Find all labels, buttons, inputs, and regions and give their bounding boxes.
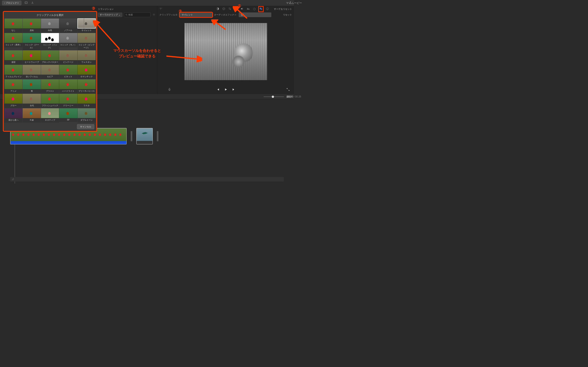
filter-name: ヒートウェーブ xyxy=(23,60,41,65)
filter-name: X 線 xyxy=(23,118,41,123)
filter-name: ハードライト xyxy=(59,89,77,94)
filter-name: SF xyxy=(59,118,77,122)
filter-name: ブラスト xyxy=(41,89,59,94)
fullscreen-icon[interactable] xyxy=(286,88,290,92)
filter-option[interactable]: 青 xyxy=(23,79,41,94)
contrast-icon[interactable] xyxy=(216,7,219,11)
filter-option[interactable]: ウェスタン xyxy=(78,50,95,65)
volume-icon[interactable] xyxy=(241,7,244,11)
equalizer-icon[interactable] xyxy=(247,7,250,11)
info-icon[interactable] xyxy=(266,7,269,11)
svg-point-4 xyxy=(223,8,225,10)
stabilize-icon[interactable] xyxy=(234,7,238,11)
tab-transition[interactable]: トランジション xyxy=(98,8,114,11)
media-icon[interactable] xyxy=(25,1,28,5)
svg-point-1 xyxy=(126,14,127,15)
play-button[interactable] xyxy=(224,88,228,92)
filter-option[interactable]: SF xyxy=(59,108,77,123)
filter-option[interactable]: 反転 xyxy=(23,18,41,33)
music-track[interactable] xyxy=(10,177,284,182)
audio-effect-value[interactable]: なし xyxy=(239,12,271,17)
crop-icon[interactable] xyxy=(228,7,232,11)
video-preview xyxy=(157,17,294,86)
filter-option[interactable]: コミック（基本） xyxy=(4,33,22,50)
reset-all-button[interactable]: すべてをリセット xyxy=(274,8,292,11)
mic-icon[interactable] xyxy=(168,88,171,92)
cancel-button[interactable]: キャンセル xyxy=(77,124,94,129)
filter-name: コミック（ビンテージ） xyxy=(78,43,95,50)
search-icon xyxy=(125,14,128,16)
filter-option[interactable]: コミック（インク） xyxy=(41,33,59,50)
clip-filter-icon[interactable] xyxy=(259,7,263,11)
popup-title: クリップフィルタを選択 xyxy=(4,12,96,18)
filter-option[interactable]: グロー xyxy=(4,94,22,108)
clip-handle[interactable] xyxy=(157,131,158,141)
filter-name: グロー xyxy=(4,104,22,108)
filter-option[interactable]: なし xyxy=(4,18,22,33)
filter-option[interactable]: 迷彩 xyxy=(4,50,22,65)
filter-option[interactable]: ビネット xyxy=(59,65,77,79)
reset-button[interactable]: リセット xyxy=(283,13,292,16)
filter-option[interactable]: コミック（モノ） xyxy=(59,33,77,50)
clip-handle[interactable] xyxy=(131,131,132,141)
current-time: 00:00 xyxy=(287,95,293,98)
prev-button[interactable] xyxy=(216,88,220,92)
back-button[interactable]: ‹ プロジェクト xyxy=(2,1,21,5)
filter-option[interactable]: フィルムグレイン xyxy=(4,65,22,79)
next-button[interactable] xyxy=(232,88,235,92)
filter-name: ビネット xyxy=(59,75,77,79)
filter-option[interactable]: ノアール xyxy=(59,18,77,33)
filter-name: 白黒 xyxy=(41,28,59,33)
color-icon[interactable] xyxy=(222,7,225,11)
audio-effect-label: オーディオエフェクト: xyxy=(214,13,237,16)
filter-name: 古いフィルム xyxy=(23,75,41,79)
adjust-toolbar: すべてをリセット xyxy=(157,6,294,12)
filter-option[interactable]: ロマンチック xyxy=(78,65,95,79)
import-icon[interactable] xyxy=(31,1,34,5)
speed-icon[interactable] xyxy=(253,7,256,11)
timeline-clip[interactable] xyxy=(136,128,153,144)
search-input[interactable]: 検索 xyxy=(124,12,150,17)
filter-option[interactable]: ブロックバスター xyxy=(41,50,59,65)
filter-name: サイレント xyxy=(78,28,95,33)
filter-option[interactable]: ビンテージ xyxy=(59,50,77,65)
filter-option[interactable]: ブリーチバイパス xyxy=(78,79,95,94)
filter-option[interactable]: 白黒 xyxy=(41,18,59,33)
svg-point-11 xyxy=(260,8,262,10)
filter-name: 反転 xyxy=(23,28,41,33)
filter-option[interactable]: サイレント xyxy=(78,18,95,33)
filter-option[interactable]: フラッシュバック xyxy=(41,94,59,108)
filter-name: ラスタ xyxy=(78,104,95,108)
filter-picker-popup: クリップフィルタを選択 なし反転白黒ノアールサイレントコミック（基本）コミック（… xyxy=(3,11,97,132)
filter-name: コミック（インク） xyxy=(41,43,59,50)
filter-name: ダブルトーン xyxy=(78,118,95,123)
svg-point-6 xyxy=(224,8,225,8)
filter-option[interactable]: セピア xyxy=(41,65,59,79)
filter-option[interactable]: 古代 xyxy=(23,94,41,108)
svg-point-7 xyxy=(224,9,224,9)
filter-name: ブリーチバイパス xyxy=(78,89,95,94)
clips-dropdown[interactable]: すべてのクリップ ⌄ xyxy=(98,13,122,17)
filter-option[interactable]: X 線 xyxy=(23,108,41,123)
filter-name: フィルムグレイン xyxy=(4,75,22,79)
filter-option[interactable]: ブラスト xyxy=(41,79,59,94)
zoom-slider[interactable] xyxy=(264,96,284,97)
chevron-icon: ⌄ xyxy=(119,13,121,16)
filter-option[interactable]: ドリーミー xyxy=(59,94,77,108)
filter-option[interactable]: ハードライト xyxy=(59,79,77,94)
filter-option[interactable]: ラスタ xyxy=(78,94,95,108)
filter-option[interactable]: アニメ xyxy=(4,79,22,94)
filter-option[interactable]: ネガティブ xyxy=(41,108,59,123)
filter-option[interactable]: ヒートウェーブ xyxy=(23,50,41,65)
filter-name: フラッシュバック xyxy=(41,104,59,108)
clip-filter-value[interactable]: サイレント xyxy=(180,12,212,17)
filter-option[interactable]: コミック（クール） xyxy=(23,33,41,50)
filter-option[interactable]: 古いフィルム xyxy=(23,65,41,79)
filter-name: ノアール xyxy=(59,28,77,33)
gear-icon[interactable] xyxy=(152,13,156,17)
filter-option[interactable]: 昼から夜へ xyxy=(4,108,22,123)
filter-option[interactable]: コミック（ビンテージ） xyxy=(78,33,95,50)
top-toolbar: ‹ プロジェクト マイムービー xyxy=(0,0,294,6)
filter-option[interactable]: ダブルトーン xyxy=(78,108,95,123)
magic-wand-icon[interactable] xyxy=(159,7,163,11)
